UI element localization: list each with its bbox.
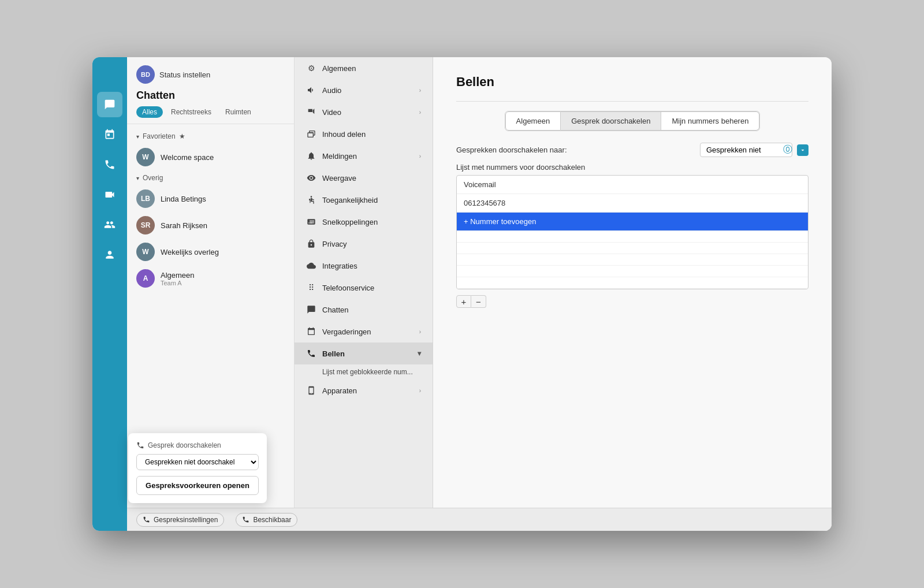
gespreksinstellingen-label: Gespreksinstellingen: [154, 516, 218, 524]
cloud-icon: [306, 260, 316, 271]
tab-mijn-nummers[interactable]: Mijn nummers beheren: [661, 111, 759, 131]
number-list-empty-5: [457, 277, 808, 289]
keyboard-icon: [306, 217, 316, 227]
avatar-linda: LB: [136, 189, 155, 208]
menu-chatten[interactable]: Chatten: [295, 299, 433, 321]
menu-meldingen[interactable]: Meldingen ›: [295, 145, 433, 167]
menu-chatten-label: Chatten: [322, 306, 349, 314]
menu-telefoonservice-label: Telefoonservice: [322, 284, 374, 292]
title-divider: [456, 101, 808, 102]
forward-section: Gesprekken doorschakelen naar: Gesprekke…: [456, 143, 808, 157]
chat-icon: [306, 304, 316, 315]
menu-privacy-label: Privacy: [322, 240, 347, 248]
bellen-icon: [306, 348, 316, 359]
status-label[interactable]: Status instellen: [159, 70, 210, 79]
chat-name-algemeen: Algemeen: [161, 271, 195, 280]
menu-toegankelijkheid[interactable]: Toegankelijkheid: [295, 189, 433, 211]
menu-weergave[interactable]: Weergave: [295, 167, 433, 189]
menu-telefoonservice[interactable]: ⠿ Telefoonservice: [295, 277, 433, 299]
chat-item-wekelijks[interactable]: W Wekelijks overleg: [127, 239, 294, 265]
remove-number-button[interactable]: −: [471, 295, 486, 308]
avatar-wekelijks: W: [136, 243, 155, 261]
apparaten-chevron-icon: ›: [419, 388, 421, 394]
settings-menu: ⚙ Algemeen Audio › Video › Inhoud delen: [295, 57, 433, 531]
nav-calendar[interactable]: [97, 122, 122, 147]
filter-rechtstreeks[interactable]: Rechtstreeks: [165, 106, 217, 118]
list-actions: + −: [456, 295, 808, 308]
menu-snelkoppelingen[interactable]: Snelkoppelingen: [295, 211, 433, 233]
dialpad-icon: ⠿: [306, 282, 316, 293]
menu-privacy[interactable]: Privacy: [295, 233, 433, 255]
nav-people[interactable]: [97, 212, 122, 237]
avatar-algemeen: A: [136, 269, 155, 288]
gespreksinstellingen-item[interactable]: Gespreksinstellingen: [136, 513, 224, 527]
nav-chat[interactable]: [97, 92, 122, 117]
menu-apparaten-label: Apparaten: [322, 386, 357, 395]
lock-icon: [306, 239, 316, 249]
menu-integraties[interactable]: Integraties: [295, 255, 433, 277]
accessibility-icon: [306, 195, 316, 205]
other-chevron: ▾: [136, 175, 139, 181]
nav-video[interactable]: [97, 182, 122, 207]
number-list-empty-3: [457, 254, 808, 266]
menu-apparaten[interactable]: Apparaten ›: [295, 379, 433, 401]
menu-weergave-label: Weergave: [322, 174, 356, 183]
number-list-empty-4: [457, 266, 808, 277]
profile-row: BD Status instellen: [136, 65, 285, 84]
number-item-phone1[interactable]: 0612345678: [457, 194, 808, 213]
add-number-button[interactable]: +: [456, 295, 471, 308]
tab-algemeen[interactable]: Algemeen: [505, 111, 561, 131]
number-item-add[interactable]: + Nummer toevoegen: [457, 213, 808, 231]
sidebar-header: BD Status instellen Chatten Alles Rechts…: [127, 57, 294, 124]
chat-name-linda: Linda Betings: [161, 195, 206, 203]
popup-label-text: Gesprek doorschakelen: [148, 441, 221, 449]
menu-video[interactable]: Video ›: [295, 101, 433, 123]
chat-name-wekelijks: Wekelijks overleg: [161, 248, 219, 256]
favorites-section-header: ▾ Favorieten ★: [127, 129, 294, 144]
menu-video-label: Video: [322, 108, 341, 117]
chat-name-sarah: Sarah Rijksen: [161, 221, 207, 230]
list-label: Lijst met nummers voor doorschakelen: [456, 163, 808, 172]
popup-label: Gesprek doorschakelen: [136, 441, 259, 449]
chat-item-algemeen[interactable]: A Algemeen Team A: [127, 265, 294, 292]
vergaderingen-chevron-icon: ›: [419, 329, 421, 335]
nav-phone[interactable]: [97, 152, 122, 177]
menu-bellen[interactable]: Bellen ▾: [295, 343, 433, 364]
audio-chevron-icon: ›: [419, 87, 421, 94]
menu-audio[interactable]: Audio ›: [295, 79, 433, 101]
favorites-label: Favorieten: [143, 132, 176, 140]
forward-select[interactable]: Gesprekken niet Voicemail Nummer: [700, 143, 792, 157]
number-list: Voicemail 0612345678 + Nummer toevoegen: [456, 175, 808, 289]
video-chevron-icon: ›: [419, 109, 421, 116]
popup-forward-select[interactable]: Gesprekken niet doorschakel: [136, 454, 259, 470]
share-icon: [306, 129, 316, 139]
menu-bellen-label: Bellen: [322, 349, 345, 358]
meldingen-chevron-icon: ›: [419, 153, 421, 159]
tab-gesprek-doorschakelen[interactable]: Gesprek doorschakelen: [561, 111, 661, 131]
menu-algemeen[interactable]: ⚙ Algemeen: [295, 57, 433, 79]
beschikbaar-item[interactable]: Beschikbaar: [236, 513, 297, 527]
page-title: Bellen: [456, 75, 808, 90]
forward-label: Gesprekken doorschakelen naar:: [456, 146, 567, 154]
chat-item-sarah[interactable]: SR Sarah Rijksen: [127, 212, 294, 239]
filter-alles[interactable]: Alles: [136, 106, 163, 118]
menu-toegankelijkheid-label: Toegankelijkheid: [322, 196, 378, 204]
video-icon: [306, 107, 316, 117]
nav-contacts[interactable]: [97, 242, 122, 267]
avatar-sarah: SR: [136, 216, 155, 235]
chat-name-welcome-space: Welcome space: [161, 153, 214, 162]
chat-item-welcome-space[interactable]: W Welcome space: [127, 144, 294, 170]
chat-item-linda[interactable]: LB Linda Betings: [127, 185, 294, 212]
other-label: Overig: [143, 174, 163, 182]
device-icon: [306, 385, 316, 396]
menu-vergaderingen[interactable]: Vergaderingen ›: [295, 321, 433, 343]
menu-inhoud-delen[interactable]: Inhoud delen: [295, 123, 433, 145]
menu-bellen-sub[interactable]: Lijst met geblokkeerde num...: [295, 364, 433, 379]
number-item-voicemail[interactable]: Voicemail: [457, 176, 808, 194]
other-section-header: ▾ Overig: [127, 170, 294, 185]
open-preferences-button[interactable]: Gespreksvoorkeuren openen: [136, 476, 259, 495]
number-list-empty-2: [457, 243, 808, 254]
forward-select-wrap: Gesprekken niet Voicemail Nummer ⓪: [700, 143, 808, 157]
filter-ruimten[interactable]: Ruimten: [219, 106, 257, 118]
filter-tabs: Alles Rechtstreeks Ruimten: [136, 106, 285, 118]
